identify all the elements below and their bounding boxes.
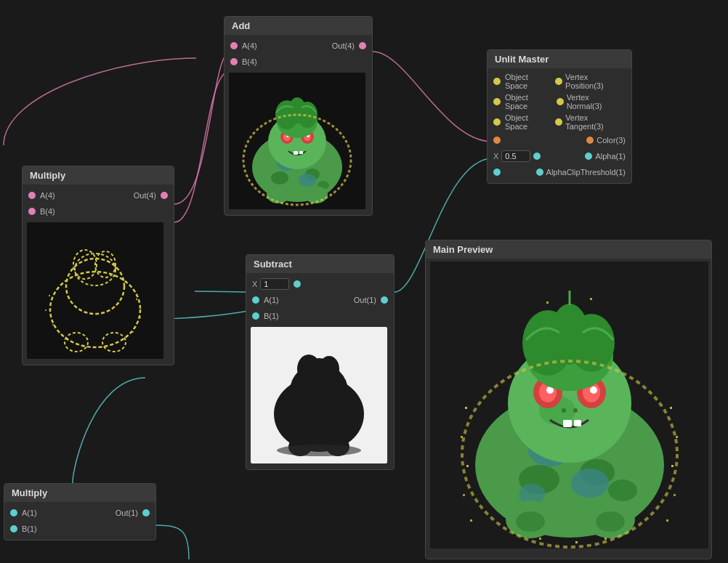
unlit-port-vpos-out[interactable] <box>555 78 562 85</box>
unlit-row-vertex-pos: Object Space Vertex Position(3) <box>488 71 631 92</box>
unlit-port-color-in[interactable] <box>493 137 501 144</box>
svg-rect-81 <box>676 436 678 438</box>
svg-point-52 <box>571 469 609 498</box>
svg-point-64 <box>562 408 566 413</box>
subtract-port-b-in[interactable] <box>252 312 259 320</box>
multiply-bottom-node: Multiply A(1) Out(1) B(1) <box>4 483 156 540</box>
add-preview <box>229 73 365 209</box>
add-row-a: A(4) Out(4) <box>225 38 372 54</box>
subtract-preview <box>251 327 387 463</box>
add-node: Add A(4) Out(4) B(4) <box>224 16 373 216</box>
svg-rect-14 <box>294 151 298 155</box>
unlit-master-header: Unlit Master <box>488 50 631 68</box>
svg-rect-86 <box>575 541 578 543</box>
svg-rect-79 <box>470 519 472 522</box>
unlit-row-alpha: X Alpha(1) <box>488 148 631 164</box>
multiply-top-body: A(4) Out(4) B(4) <box>23 185 174 365</box>
svg-rect-40 <box>49 295 50 296</box>
unlit-row-alphaclip: AlphaClipThreshold(1) <box>488 164 631 180</box>
unlit-port-alpha-out[interactable] <box>585 153 592 160</box>
svg-point-65 <box>573 408 578 413</box>
unlit-label-color-right: Color(3) <box>596 136 626 145</box>
svg-point-19 <box>288 97 306 123</box>
svg-rect-77 <box>466 465 469 467</box>
main-preview-node: Main Preview <box>425 240 712 559</box>
unlit-port-color-out[interactable] <box>586 137 594 144</box>
unlit-port-alphaclip-in[interactable] <box>493 169 501 176</box>
svg-rect-43 <box>136 299 137 300</box>
multiply-bottom-port-a-in[interactable] <box>10 509 17 517</box>
multiply-bottom-row-b: B(1) <box>4 521 155 537</box>
unlit-label-vnorm-right: Vertex Normal(3) <box>567 93 626 110</box>
unlit-label-alphaclip-right: AlphaClipThreshold(1) <box>546 168 626 177</box>
multiply-top-node: Multiply A(4) Out(4) B(4) <box>22 166 174 365</box>
svg-point-73 <box>596 511 625 532</box>
subtract-node-body: X A(1) Out(1) B(1) <box>246 273 394 469</box>
svg-rect-75 <box>465 407 467 409</box>
multiply-top-label-b: B(4) <box>40 207 55 216</box>
unlit-x-input[interactable] <box>501 150 530 162</box>
subtract-x-input[interactable] <box>260 278 289 290</box>
svg-rect-85 <box>539 538 541 540</box>
subtract-label-out: Out(1) <box>354 296 376 304</box>
svg-rect-87 <box>604 538 607 540</box>
svg-rect-45 <box>132 331 134 333</box>
multiply-top-row-b: B(4) <box>23 203 174 219</box>
multiply-top-row-a: A(4) Out(4) <box>23 187 174 203</box>
multiply-bottom-port-out[interactable] <box>142 509 150 517</box>
unlit-label-vnorm-left: Object Space <box>505 93 552 110</box>
unlit-master-node: Unlit Master Object Space Vertex Positio… <box>487 49 632 184</box>
svg-point-72 <box>516 511 545 532</box>
unlit-port-vnorm-in[interactable] <box>493 98 501 105</box>
main-preview-header: Main Preview <box>426 240 711 259</box>
subtract-row-b: B(1) <box>246 308 394 324</box>
add-port-b-in[interactable] <box>230 58 238 65</box>
multiply-top-port-b-in[interactable] <box>28 208 36 215</box>
unlit-port-vpos-in[interactable] <box>493 78 501 85</box>
svg-point-21 <box>304 186 328 203</box>
unlit-row-vertex-tan: Object Space Vertex Tangent(3) <box>488 112 631 132</box>
unlit-port-alphaclip-out[interactable] <box>536 169 543 176</box>
subtract-port-out[interactable] <box>381 296 388 304</box>
svg-rect-44 <box>139 317 141 318</box>
multiply-bottom-port-b-in[interactable] <box>10 525 17 532</box>
add-label-a: A(4) <box>242 41 257 50</box>
subtract-x-label: X <box>252 280 257 288</box>
multiply-top-port-out[interactable] <box>161 192 168 199</box>
unlit-port-vtan-out[interactable] <box>555 118 562 126</box>
svg-rect-83 <box>674 494 676 496</box>
add-port-a-in[interactable] <box>230 42 238 49</box>
unlit-label-vpos-right: Vertex Position(3) <box>565 73 626 90</box>
svg-rect-41 <box>45 309 46 311</box>
multiply-bottom-label-b: B(1) <box>22 524 37 533</box>
multiply-top-label-out: Out(4) <box>134 191 156 200</box>
multiply-top-preview <box>27 222 163 359</box>
unlit-label-vtan-right: Vertex Tangent(3) <box>565 113 626 131</box>
svg-rect-89 <box>590 298 592 300</box>
subtract-label-a: A(1) <box>264 296 279 304</box>
svg-rect-78 <box>463 494 465 496</box>
add-port-out[interactable] <box>359 42 366 49</box>
svg-point-27 <box>297 355 320 384</box>
multiply-bottom-header: Multiply <box>4 484 155 502</box>
svg-point-2 <box>271 171 288 185</box>
svg-rect-88 <box>546 301 549 304</box>
svg-rect-15 <box>299 151 303 154</box>
unlit-port-x-right[interactable] <box>533 153 541 160</box>
subtract-x-port[interactable] <box>294 280 301 288</box>
svg-point-31 <box>277 445 361 456</box>
unlit-x-label: X <box>493 152 498 161</box>
multiply-bottom-body: A(1) Out(1) B(1) <box>4 502 155 540</box>
multiply-top-port-a-in[interactable] <box>28 192 36 199</box>
subtract-node: Subtract X A(1) Out(1) B(1) <box>246 254 395 470</box>
unlit-label-alpha-right: Alpha(1) <box>595 152 626 161</box>
unlit-port-vtan-in[interactable] <box>493 118 501 126</box>
multiply-bottom-label-out: Out(1) <box>116 509 138 517</box>
main-preview-content <box>430 262 708 548</box>
unlit-row-vertex-norm: Object Space Vertex Normal(3) <box>488 92 631 112</box>
subtract-port-a-in[interactable] <box>252 296 259 304</box>
unlit-port-vnorm-out[interactable] <box>557 98 564 105</box>
svg-point-50 <box>608 479 637 501</box>
add-node-body: A(4) Out(4) B(4) <box>225 35 372 215</box>
add-row-b: B(4) <box>225 54 372 70</box>
